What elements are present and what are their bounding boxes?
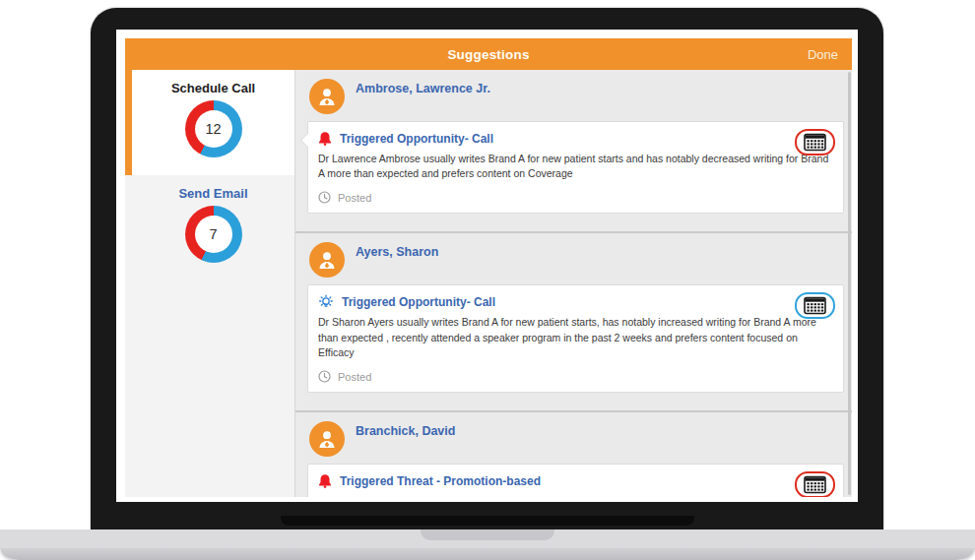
person-icon [315, 85, 339, 108]
suggestion-list: Ambrose, Lawrence Jr. [295, 70, 852, 497]
group-header: Branchick, David [309, 421, 846, 457]
posted-label: Posted [338, 371, 371, 383]
person-icon [315, 427, 339, 451]
alert-bell-icon [318, 131, 332, 146]
suggestion-body: Dr Lawrence Ambrose usually writes Brand… [318, 152, 833, 181]
lightbulb-icon [318, 294, 334, 310]
avatar [309, 421, 345, 457]
laptop-hinge [281, 516, 694, 526]
posted-row: Posted [318, 370, 833, 383]
sidebar-item-label: Send Email [132, 186, 294, 201]
alert-bell-icon [318, 473, 332, 488]
calendar-button[interactable] [795, 471, 835, 497]
app-header: Suggestions Done [125, 38, 852, 70]
posted-label: Posted [338, 192, 371, 204]
group-header: Ayers, Sharon [309, 242, 846, 278]
avatar [309, 79, 345, 114]
group-header: Ambrose, Lawrence Jr. [309, 79, 846, 114]
suggestion-title-row: Triggered Opportunity- Call [318, 293, 833, 310]
donut-count: 7 [195, 216, 232, 253]
calendar-icon [804, 475, 826, 494]
calendar-button[interactable] [795, 129, 835, 156]
suggestion-card[interactable]: Triggered Threat - Promotion-based Dr Da… [307, 464, 844, 497]
done-button[interactable]: Done [794, 47, 852, 62]
suggestion-group: Branchick, David Triggered Threat - P [295, 412, 852, 497]
suggestion-title: Triggered Threat - Promotion-based [340, 474, 541, 488]
sidebar-item-send-email[interactable]: Send Email 7 [125, 175, 294, 280]
suggestion-title-row: Triggered Opportunity- Call [318, 130, 833, 147]
suggestions-app: Suggestions Done Schedule Call 12 Send E… [125, 38, 852, 497]
laptop-base-lip [0, 548, 975, 560]
clock-icon [318, 191, 331, 204]
clock-icon [318, 370, 331, 383]
app-body: Schedule Call 12 Send Email 7 [125, 70, 852, 497]
hcp-name: Ambrose, Lawrence Jr. [356, 82, 490, 114]
sidebar: Schedule Call 12 Send Email 7 [125, 70, 295, 497]
suggestion-body: Dr Sharon Ayers usually writes Brand A f… [318, 315, 833, 360]
calendar-button[interactable] [795, 292, 835, 319]
donut-count: 12 [195, 110, 232, 148]
page: Suggestions Done Schedule Call 12 Send E… [0, 0, 975, 560]
avatar [309, 242, 345, 278]
laptop-screen: Suggestions Done Schedule Call 12 Send E… [116, 30, 858, 502]
suggestion-group: Ayers, Sharon Triggered Opportunity- [295, 233, 852, 412]
suggestion-title: Triggered Opportunity- Call [340, 132, 493, 146]
hcp-name: Branchick, David [356, 424, 455, 457]
suggestion-card[interactable]: Triggered Opportunity- Call Dr Lawrence … [307, 121, 844, 214]
card-pointer [300, 133, 316, 149]
calendar-icon [804, 296, 826, 315]
person-icon [315, 248, 339, 272]
page-title: Suggestions [125, 47, 852, 62]
sidebar-item-label: Schedule Call [132, 81, 294, 95]
sidebar-item-schedule-call[interactable]: Schedule Call 12 [125, 70, 294, 175]
calendar-icon [804, 133, 826, 152]
suggestion-group: Ambrose, Lawrence Jr. [295, 70, 852, 233]
hcp-name: Ayers, Sharon [356, 245, 438, 278]
suggestion-body: Dr David Branchick usually engages in fa… [318, 494, 833, 497]
suggestion-card[interactable]: Triggered Opportunity- Call Dr Sharon Ay… [307, 284, 844, 393]
send-email-donut-chart: 7 [185, 206, 242, 263]
suggestion-title-row: Triggered Threat - Promotion-based [318, 472, 833, 489]
suggestion-title: Triggered Opportunity- Call [342, 295, 495, 309]
posted-row: Posted [318, 191, 833, 204]
vertical-scrollbar[interactable] [848, 72, 851, 495]
schedule-call-donut-chart: 12 [185, 100, 242, 157]
laptop-base-notch [421, 529, 554, 540]
